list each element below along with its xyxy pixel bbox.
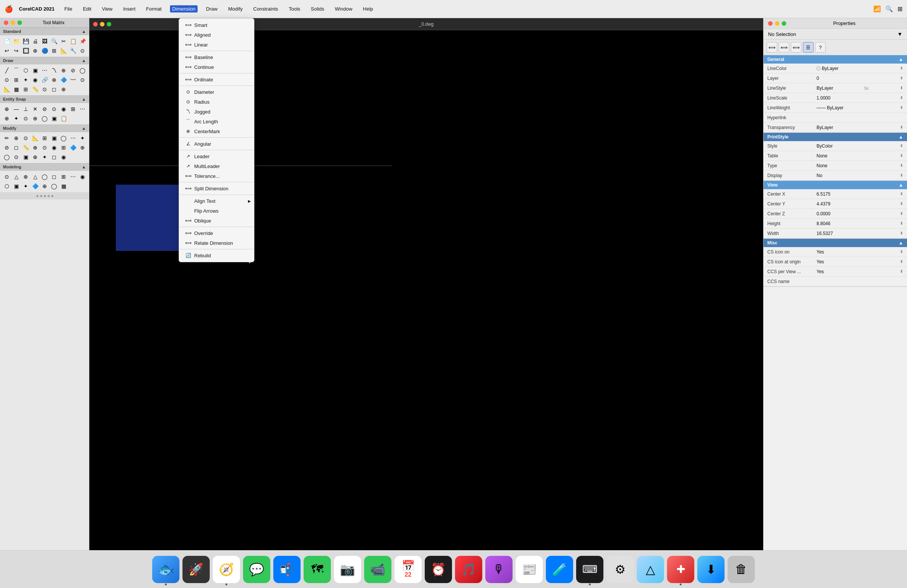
menu-constraints[interactable]: Constraints (251, 5, 280, 13)
redo-icon[interactable]: ↪ (12, 46, 21, 55)
measure-icon[interactable]: 📐 (59, 46, 68, 55)
snap-center2-icon[interactable]: ⊙ (50, 104, 59, 113)
linestyle-spinner[interactable]: ⬍ (900, 86, 903, 90)
mod-snap-icon[interactable]: ⊕ (30, 143, 40, 152)
snap-rect2-icon[interactable]: ▣ (50, 114, 59, 123)
props-btn-list[interactable]: ☰ (803, 42, 814, 53)
draw-ruler-icon[interactable]: 📏 (30, 85, 40, 94)
menu-item-oblique[interactable]: ⟺ Oblique (179, 216, 254, 225)
props-max[interactable] (782, 21, 786, 26)
lineweight-spinner[interactable]: ⬍ (900, 105, 903, 110)
width-spinner[interactable]: ⬍ (900, 231, 903, 236)
dock-cad[interactable]: ✚ (667, 556, 694, 583)
table-spinner[interactable]: ⬍ (900, 153, 903, 158)
minimize-button[interactable] (11, 21, 15, 25)
mod3d-plus-icon[interactable]: ⊕ (40, 182, 49, 191)
csorigin-spinner[interactable]: ⬍ (900, 259, 903, 264)
draw-snap2-icon[interactable]: ⊕ (59, 85, 68, 94)
mod-star2-icon[interactable]: ✦ (40, 152, 49, 161)
draw-hex-icon[interactable]: ⬡ (21, 66, 30, 75)
mod3d-sphere-icon[interactable]: ⊙ (2, 172, 11, 181)
mod-dot-icon[interactable]: ◉ (50, 143, 59, 152)
linescale-spinner[interactable]: ⬍ (900, 95, 903, 100)
draw-spline-icon[interactable]: 〽 (50, 66, 59, 75)
mod-diamond-icon[interactable]: 🔷 (69, 143, 78, 152)
cut-icon[interactable]: ✂ (59, 37, 68, 46)
mod-node-icon[interactable]: ◉ (59, 152, 68, 161)
mod3d-hex-icon[interactable]: ⬡ (2, 182, 11, 191)
menu-tools[interactable]: Tools (287, 5, 303, 13)
cy-spinner[interactable]: ⬍ (900, 201, 903, 206)
menu-item-angular[interactable]: ∠ Angular (179, 139, 254, 149)
dock-news[interactable]: 📰 (516, 556, 543, 583)
section-draw[interactable]: Draw ▲ (0, 57, 89, 64)
draw-plus-icon[interactable]: ⊕ (50, 75, 59, 85)
mod-orbit2-icon[interactable]: ⊙ (40, 143, 49, 152)
maximize-button[interactable] (18, 21, 22, 25)
props-btn-1[interactable]: ⟺ (766, 42, 777, 53)
menu-item-flip-arrows[interactable]: Flip Arrows (179, 206, 254, 216)
close-button[interactable] (4, 21, 8, 25)
props-min[interactable] (775, 21, 779, 26)
section-standard[interactable]: Standard ▲ (0, 28, 89, 35)
props-btn-2[interactable]: ⟺ (779, 42, 789, 53)
copy-icon[interactable]: 📋 (69, 37, 78, 46)
mod3d-rect-icon[interactable]: ▣ (12, 182, 21, 191)
draw-diamond-icon[interactable]: 🔷 (59, 75, 68, 85)
menu-item-aligned[interactable]: ⟺ Aligned (179, 30, 254, 40)
printstyle-header[interactable]: PrintStyle ▲ (764, 133, 907, 141)
dock-testflight[interactable]: 🧪 (546, 556, 573, 583)
zoom-icon[interactable]: 🔍 (50, 37, 59, 46)
doc-min[interactable] (100, 22, 104, 27)
save-icon[interactable]: 💾 (21, 37, 30, 46)
menu-item-leader[interactable]: ↗ Leader (179, 151, 254, 161)
dock-launchpad[interactable]: 🚀 (183, 556, 210, 583)
menu-item-rebuild[interactable]: 🔄 Rebuild (179, 251, 254, 260)
mod3d-cone-icon[interactable]: △ (30, 172, 40, 181)
menu-view[interactable]: View (99, 5, 115, 13)
type-spinner[interactable]: ⬍ (900, 163, 903, 168)
menu-draw[interactable]: Draw (204, 5, 220, 13)
draw-arc-icon[interactable]: ⌒ (12, 66, 21, 75)
menu-edit[interactable]: Edit (81, 5, 93, 13)
menu-insert[interactable]: Insert (121, 5, 138, 13)
menu-item-radius[interactable]: ⊙ Radius (179, 97, 254, 107)
orbit-icon[interactable]: ⊙ (78, 46, 87, 55)
mod-ellipse-icon[interactable]: ⊘ (2, 143, 11, 152)
section-entity-snap[interactable]: Entity Snap ▲ (0, 95, 89, 103)
dock-messages[interactable]: 💬 (243, 556, 270, 583)
menu-item-split-dimension[interactable]: ⟺ Split Dimension (179, 184, 254, 193)
mod-rect-icon[interactable]: ▣ (50, 134, 59, 143)
snap-endpoint-icon[interactable]: ⊕ (2, 104, 11, 113)
draw-poly-icon[interactable]: ⋯ (40, 66, 49, 75)
snap-grid3-icon[interactable]: ⊞ (69, 104, 78, 113)
draw-circle-icon[interactable]: ◯ (78, 66, 87, 75)
select-icon[interactable]: 🔲 (21, 46, 30, 55)
mod3d-dots-icon[interactable]: ⋯ (69, 172, 78, 181)
mod-plus-icon[interactable]: ⊕ (78, 143, 87, 152)
menu-dimension[interactable]: Dimension (170, 5, 198, 13)
mod-dots-icon[interactable]: ⋯ (69, 134, 78, 143)
snap-add2-icon[interactable]: ⊕ (2, 114, 11, 123)
snap-props-icon[interactable]: 📋 (59, 114, 68, 123)
dock-photos[interactable]: 📷 (334, 556, 361, 583)
draw-orbit2-icon[interactable]: ⊙ (40, 85, 49, 94)
apple-menu[interactable]: 🍎 (5, 5, 13, 13)
search-icon[interactable]: 🔍 (885, 5, 893, 13)
csicon-spinner[interactable]: ⬍ (900, 249, 903, 254)
draw-add-icon[interactable]: ⊕ (59, 66, 68, 75)
menu-item-linear[interactable]: ⟺ Linear (179, 40, 254, 50)
draw-donut-icon[interactable]: ◉ (30, 75, 40, 85)
menu-item-smart[interactable]: ⟺ Smart (179, 20, 254, 30)
menu-item-centermark[interactable]: ⊕ CenterMark (179, 126, 254, 136)
menu-format[interactable]: Format (144, 5, 164, 13)
dock-calendar[interactable]: 📅 22 (394, 556, 422, 583)
cz-spinner[interactable]: ⬍ (900, 211, 903, 216)
snap-circle2-icon[interactable]: ◯ (40, 114, 49, 123)
menu-file[interactable]: File (62, 5, 75, 13)
draw-link-icon[interactable]: 🔗 (40, 75, 49, 85)
paste-icon[interactable]: 📌 (78, 37, 87, 46)
mod-star-icon[interactable]: ✦ (78, 134, 87, 143)
draw-block-icon[interactable]: ⊞ (12, 75, 21, 85)
draw-point-icon[interactable]: ⊙ (2, 75, 11, 85)
